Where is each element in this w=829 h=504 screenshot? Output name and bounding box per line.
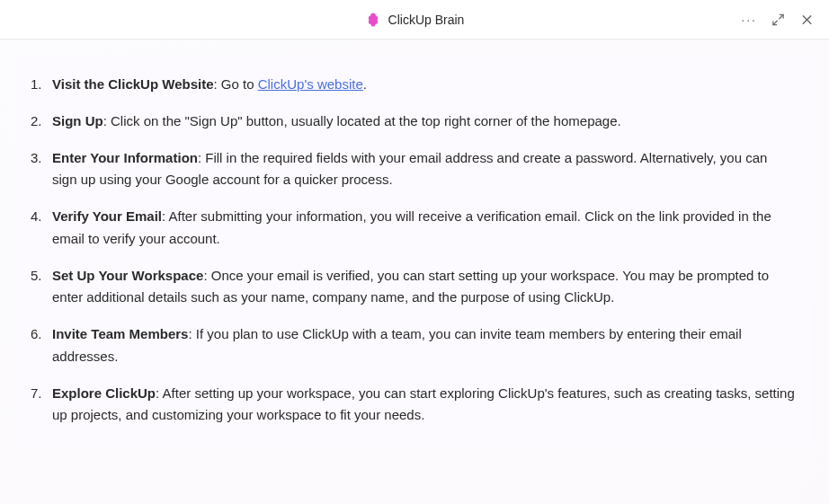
list-item: Sign Up: Click on the "Sign Up" button, … bbox=[16, 103, 795, 140]
step-title: Explore ClickUp bbox=[52, 385, 156, 401]
expand-button[interactable] bbox=[770, 11, 787, 28]
step-text: . bbox=[363, 76, 367, 92]
list-item: Visit the ClickUp Website: Go to ClickUp… bbox=[16, 66, 795, 103]
list-item: Verify Your Email: After submitting your… bbox=[16, 199, 795, 258]
clickup-website-link[interactable]: ClickUp's website bbox=[258, 76, 363, 92]
step-title: Enter Your Information bbox=[52, 150, 198, 165]
header-actions: ··· bbox=[739, 10, 816, 29]
brain-icon bbox=[365, 12, 381, 28]
list-item: Enter Your Information: Fill in the requ… bbox=[16, 140, 795, 199]
step-title: Sign Up bbox=[52, 113, 103, 128]
step-title: Visit the ClickUp Website bbox=[52, 76, 214, 92]
step-title: Set Up Your Workspace bbox=[52, 268, 203, 283]
expand-icon bbox=[771, 13, 785, 26]
step-text: : Go to bbox=[214, 76, 258, 92]
modal-title: ClickUp Brain bbox=[388, 13, 465, 27]
step-title: Verify Your Email bbox=[52, 208, 162, 224]
content-area: Visit the ClickUp Website: Go to ClickUp… bbox=[0, 40, 829, 504]
close-icon bbox=[799, 12, 815, 27]
step-text: : Click on the "Sign Up" button, usually… bbox=[103, 113, 621, 128]
modal-header: ClickUp Brain ··· bbox=[0, 0, 829, 40]
steps-list: Visit the ClickUp Website: Go to ClickUp… bbox=[16, 66, 795, 434]
step-title: Invite Team Members bbox=[52, 326, 188, 341]
close-button[interactable] bbox=[798, 10, 816, 29]
content-box: Visit the ClickUp Website: Go to ClickUp… bbox=[16, 56, 813, 445]
more-options-button[interactable]: ··· bbox=[739, 12, 759, 28]
list-item: Invite Team Members: If you plan to use … bbox=[16, 316, 795, 376]
step-text: : After setting up your workspace, you c… bbox=[52, 385, 795, 423]
list-item: Set Up Your Workspace: Once your email i… bbox=[16, 258, 795, 317]
header-title-group: ClickUp Brain bbox=[365, 12, 465, 28]
list-item: Explore ClickUp: After setting up your w… bbox=[16, 376, 795, 435]
dots-icon: ··· bbox=[741, 13, 757, 26]
